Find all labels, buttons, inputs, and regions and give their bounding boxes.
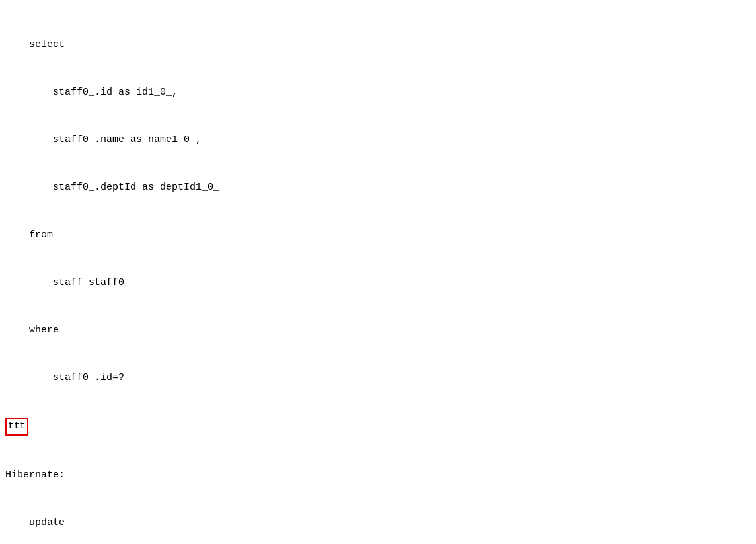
code-line: Hibernate: <box>0 467 756 483</box>
ttt-line: ttt <box>0 418 756 436</box>
console-output: select staff0_.id as id1_0_, staff0_.nam… <box>0 0 756 544</box>
code-line: from <box>0 227 756 243</box>
code-line: staff0_.deptId as deptId1_0_ <box>0 180 756 196</box>
code-line: staff0_.id=? <box>0 370 756 386</box>
code-line: staff staff0_ <box>0 275 756 291</box>
code-line: update <box>0 515 756 531</box>
ttt-highlight-box: ttt <box>5 418 28 436</box>
code-line: where <box>0 323 756 338</box>
code-line: staff0_.name as name1_0_, <box>0 132 756 148</box>
code-line: staff0_.id as id1_0_, <box>0 85 756 100</box>
code-line: select <box>0 37 756 53</box>
